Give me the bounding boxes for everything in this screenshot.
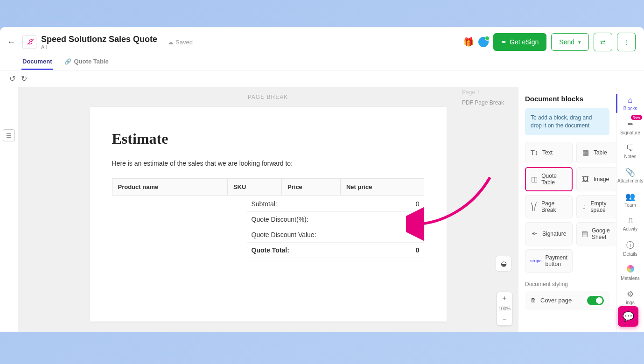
quote-table-icon: ◫ bbox=[531, 175, 538, 183]
side-tab-attachments[interactable]: 📎Attachments bbox=[616, 164, 644, 187]
empty-space-icon: ↕ bbox=[581, 203, 587, 210]
saved-status: ☁ Saved bbox=[168, 39, 193, 46]
block-table[interactable]: ▦Table bbox=[576, 142, 616, 163]
zoom-level: 100% bbox=[498, 304, 511, 313]
gift-icon[interactable]: 🎁 bbox=[463, 37, 474, 47]
cover-page-toggle[interactable] bbox=[587, 296, 604, 305]
metalens-icon bbox=[617, 265, 643, 275]
share-icon: ⇄ bbox=[600, 38, 606, 46]
block-google-sheet[interactable]: ▤Google Sheet bbox=[576, 222, 616, 245]
zoom-controls: ＋ 100% － bbox=[497, 292, 512, 326]
chat-icon: 💬 bbox=[623, 311, 634, 322]
subtotal-value: 0 bbox=[416, 200, 420, 208]
estimate-description[interactable]: Here is an estimate of the sales that we… bbox=[112, 160, 424, 167]
image-icon: 🖼 bbox=[581, 175, 590, 183]
blocks-hint: To add a block, drag and drop it on the … bbox=[525, 108, 609, 135]
user-avatar[interactable] bbox=[478, 37, 489, 47]
quote-total-label: Quote Total: bbox=[252, 246, 289, 254]
more-menu-button[interactable]: ⋮ bbox=[617, 33, 636, 51]
discount-pct-row: Quote Discount(%): 0 bbox=[247, 212, 424, 227]
info-icon: ⓘ bbox=[617, 240, 643, 251]
subtotal-label: Subtotal: bbox=[252, 200, 277, 208]
page-thumb-1[interactable]: Page 1 bbox=[462, 87, 513, 98]
document-canvas[interactable]: PAGE BREAK Page 1 PDF Page Break Estimat… bbox=[18, 87, 518, 332]
cover-page-icon: 🗎 bbox=[531, 297, 537, 304]
cloud-icon: ☁ bbox=[168, 39, 174, 46]
kebab-icon: ⋮ bbox=[623, 38, 630, 46]
signature-icon: ✒ bbox=[617, 119, 643, 129]
subtotal-row: Subtotal: 0 bbox=[247, 196, 424, 212]
send-button[interactable]: Send bbox=[551, 33, 589, 51]
discount-val-label: Quote Discount Value: bbox=[252, 231, 316, 238]
share-button[interactable]: ⇄ bbox=[594, 33, 612, 51]
outline-toggle[interactable]: ☰ bbox=[3, 129, 15, 141]
redo-button[interactable]: ↻ bbox=[21, 74, 27, 83]
send-label: Send bbox=[559, 38, 574, 46]
format-painter-button[interactable]: ◒ bbox=[496, 256, 511, 272]
page-break-label: PAGE BREAK bbox=[18, 87, 518, 107]
block-page-break[interactable]: ⎞⎛Page Break bbox=[525, 195, 573, 218]
zoom-in-button[interactable]: ＋ bbox=[501, 292, 508, 304]
google-sheet-icon: ▤ bbox=[581, 230, 588, 238]
side-tab-settings[interactable]: ⚙ings bbox=[616, 286, 644, 309]
block-text[interactable]: T↕Text bbox=[525, 142, 573, 163]
undo-button[interactable]: ↺ bbox=[9, 74, 15, 83]
header: ← 𝓩 Speed Solutionz Sales Quote All ☁ Sa… bbox=[0, 27, 644, 51]
get-esign-label: Get eSign bbox=[510, 38, 539, 46]
quote-total-row: Quote Total: 0 bbox=[247, 243, 424, 258]
quote-totals: Subtotal: 0 Quote Discount(%): 0 Quote D… bbox=[247, 196, 424, 258]
app-window: ← 𝓩 Speed Solutionz Sales Quote All ☁ Sa… bbox=[0, 27, 644, 332]
link-icon: 🔗 bbox=[64, 58, 71, 65]
tab-quote-table[interactable]: 🔗 Quote Table bbox=[63, 54, 110, 70]
stripe-icon: stripe bbox=[530, 259, 542, 263]
side-tab-signature[interactable]: New✒Signature bbox=[616, 116, 644, 139]
col-price[interactable]: Price bbox=[282, 179, 341, 196]
back-button[interactable]: ← bbox=[5, 35, 18, 49]
block-payment-button[interactable]: stripePayment button bbox=[525, 249, 573, 273]
side-tab-metalens[interactable]: Metalens bbox=[616, 261, 644, 285]
body-area: ☰ PAGE BREAK Page 1 PDF Page Break Estim… bbox=[0, 87, 644, 332]
signature-icon: ✒ bbox=[501, 38, 507, 46]
blocks-icon: ⌂ bbox=[617, 96, 643, 105]
block-quote-table[interactable]: ◫Quote Table bbox=[525, 167, 573, 191]
saved-label: Saved bbox=[175, 39, 193, 46]
side-tab-activity[interactable]: ⎍Activity bbox=[616, 212, 644, 235]
quote-table[interactable]: Product name SKU Price Net price bbox=[112, 178, 424, 196]
side-tab-details[interactable]: ⓘDetails bbox=[616, 236, 644, 260]
quote-total-value: 0 bbox=[416, 246, 420, 254]
col-product-name[interactable]: Product name bbox=[112, 179, 227, 196]
activity-icon: ⎍ bbox=[617, 216, 643, 225]
document-page[interactable]: Estimate Here is an estimate of the sale… bbox=[90, 107, 447, 322]
tab-document[interactable]: Document bbox=[21, 54, 53, 70]
notes-icon: 🗨 bbox=[617, 144, 643, 153]
document-subtitle: All bbox=[41, 44, 157, 50]
document-styling-label: Document styling bbox=[525, 281, 609, 287]
new-badge: New bbox=[631, 115, 642, 120]
signature-icon: ✒ bbox=[530, 230, 539, 238]
discount-val-row: Quote Discount Value: 0 bbox=[247, 227, 424, 243]
chat-fab[interactable]: 💬 bbox=[618, 306, 638, 327]
title-area: Speed Solutionz Sales Quote All bbox=[41, 35, 157, 50]
block-empty-space[interactable]: ↕Empty space bbox=[576, 195, 616, 218]
side-tab-notes[interactable]: 🗨Notes bbox=[616, 140, 644, 163]
side-tab-blocks[interactable]: ⌂Blocks bbox=[616, 92, 644, 115]
table-header-row: Product name SKU Price Net price bbox=[112, 179, 424, 196]
col-net-price[interactable]: Net price bbox=[340, 179, 424, 196]
cover-page-row: 🗎 Cover page bbox=[525, 291, 609, 310]
document-icon: 𝓩 bbox=[22, 35, 36, 49]
discount-val-value: 0 bbox=[416, 231, 420, 238]
get-esign-button[interactable]: ✒ Get eSign bbox=[493, 33, 546, 51]
block-image[interactable]: 🖼Image bbox=[576, 167, 616, 191]
estimate-heading[interactable]: Estimate bbox=[112, 130, 424, 147]
main-tabs: Document 🔗 Quote Table bbox=[0, 51, 644, 70]
zoom-out-button[interactable]: － bbox=[501, 313, 508, 325]
team-icon: 👥 bbox=[617, 192, 643, 202]
block-signature[interactable]: ✒Signature bbox=[525, 222, 573, 245]
col-sku[interactable]: SKU bbox=[227, 179, 281, 196]
blocks-panel: Document blocks To add a block, drag and… bbox=[518, 87, 616, 332]
document-title[interactable]: Speed Solutionz Sales Quote bbox=[41, 35, 157, 44]
blocks-panel-title: Document blocks bbox=[525, 95, 609, 103]
side-tab-team[interactable]: 👥Team bbox=[616, 188, 644, 211]
undo-redo-toolbar: ↺ ↻ bbox=[0, 70, 644, 87]
paperclip-icon: 📎 bbox=[617, 168, 643, 177]
